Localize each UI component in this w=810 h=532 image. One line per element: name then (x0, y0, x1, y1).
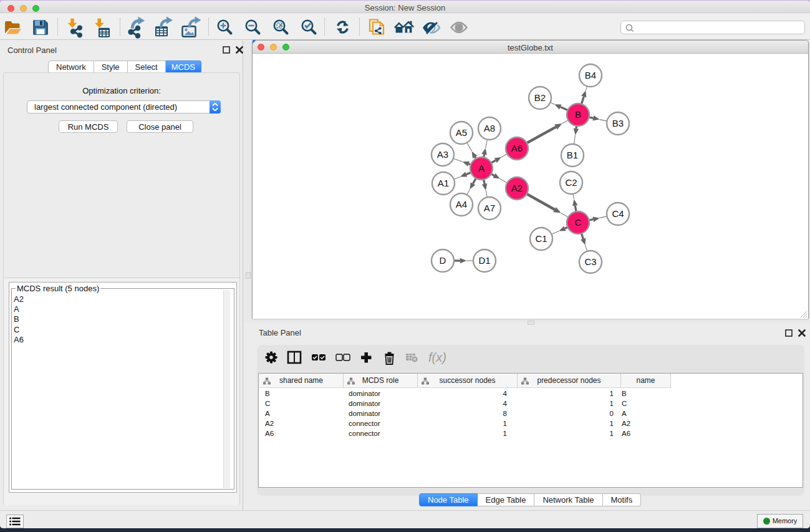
svg-text:f(x): f(x) (428, 351, 446, 364)
svg-text:C2: C2 (565, 177, 577, 188)
svg-text:C: C (575, 217, 582, 228)
svg-text:C4: C4 (612, 208, 624, 219)
svg-text:C1: C1 (535, 233, 547, 244)
svg-text:B4: B4 (585, 70, 596, 80)
svg-text:C3: C3 (584, 256, 596, 267)
svg-text:A8: A8 (484, 123, 495, 133)
svg-text:A6: A6 (511, 143, 523, 153)
svg-text:A: A (478, 163, 485, 173)
svg-text:B: B (575, 109, 581, 120)
svg-text:A2: A2 (511, 183, 523, 193)
svg-text:D: D (440, 255, 446, 266)
svg-text:A1: A1 (438, 178, 449, 188)
svg-text:A4: A4 (456, 199, 467, 210)
svg-text:D1: D1 (478, 255, 490, 266)
svg-text:B1: B1 (567, 150, 578, 160)
svg-text:A3: A3 (437, 149, 448, 160)
svg-text:A7: A7 (484, 203, 495, 213)
svg-text:A5: A5 (456, 127, 467, 138)
svg-text:B3: B3 (612, 118, 624, 128)
svg-text:B2: B2 (534, 92, 546, 103)
